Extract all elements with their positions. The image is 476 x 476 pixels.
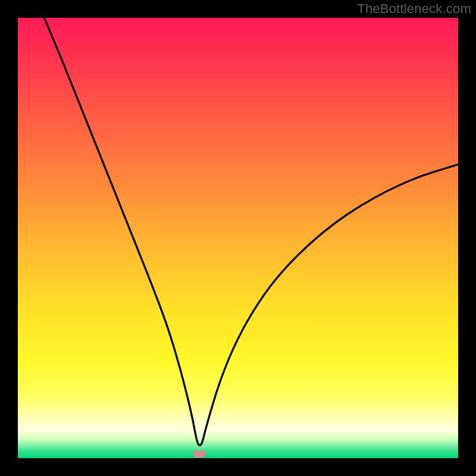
- watermark-text: TheBottleneck.com: [357, 1, 471, 17]
- chart-frame: TheBottleneck.com: [0, 0, 476, 476]
- plot-area: [18, 18, 458, 458]
- bottleneck-curve: [18, 18, 458, 458]
- curve-path: [44, 18, 458, 446]
- bottleneck-marker: [193, 450, 206, 458]
